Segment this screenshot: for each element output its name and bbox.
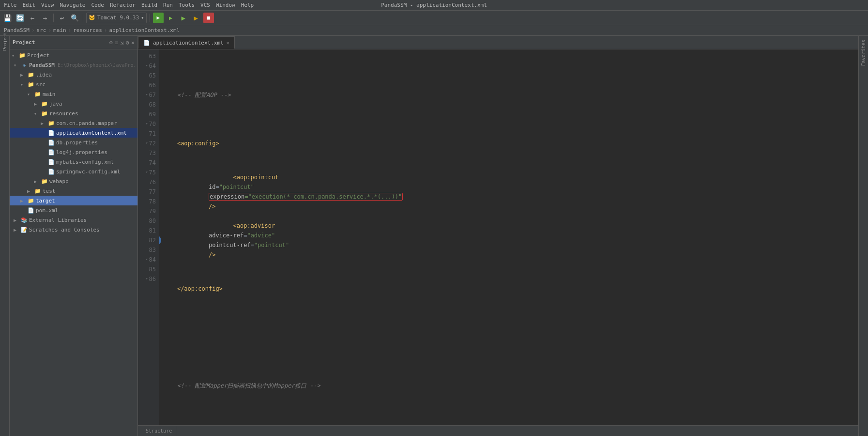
editor-tabs: 📄 applicationContext.xml ✕ [138,36,858,49]
sync-btn[interactable]: 🔄 [15,13,25,23]
tree-webapp[interactable]: ▶ 📁 webapp [10,176,137,186]
tree-springmvc-label: springmvc-config.xml [56,169,120,175]
coverage-btn[interactable]: ▶ [178,13,189,23]
run-config-icon: 🐱 [89,15,95,21]
tree-mapper-package[interactable]: ▶ 📁 com.cn.panda.mapper [10,118,137,128]
tree-pandassm-path: E:\Dropbox\phoenix\JavaPro... [58,62,137,68]
tree-src[interactable]: ▾ 📁 src [10,79,137,89]
line-80: 80 [138,216,159,226]
toolbar: 💾 🔄 ← → ↩ 🔍 🐱 Tomcat 9.0.33 ▾ ▶ ▶ ▶ ▶ ■ [0,11,868,25]
tree-project-label: Project [27,52,49,59]
tree-webapp-label: webapp [49,178,69,185]
comment-69: <!-- 配置Mapper扫描器扫描包中的Mapper接口 --> [163,381,320,390]
save-all-btn[interactable]: 💾 [2,13,13,23]
bc-file[interactable]: applicationContext.xml [109,27,180,33]
project-tab-icon[interactable]: Project [1,38,9,46]
bc-sep1: › [31,27,35,33]
menu-edit[interactable]: Edit [23,2,36,8]
tree-java[interactable]: ▶ 📁 java [10,99,137,109]
line-85: 85 [138,265,159,274]
line-73: 73 [138,148,159,158]
separator-2 [83,14,83,22]
editor-tab-appcontext[interactable]: 📄 applicationContext.xml ✕ [138,36,235,49]
code-line-65: <aop:pointcut id="pointcut" expression="… [163,187,858,197]
line-65: 65 [138,71,159,80]
tree-applicationcontext[interactable]: ▶ 📄 applicationContext.xml [10,128,137,138]
code-content[interactable]: <!-- 配置AOP --> <aop:config> <aop:pointcu… [159,49,858,425]
menu-build[interactable]: Build [141,2,157,8]
comment-63: <!-- 配置AOP --> [163,90,231,100]
menu-refactor[interactable]: Refactor [110,2,136,8]
code-line-64: <aop:config> [163,139,858,148]
bc-sep2: › [48,27,51,33]
line-83: 83 [138,245,159,255]
bc-sep4: › [104,27,107,33]
sort-icon[interactable]: ≡ [115,39,118,46]
forward-btn[interactable]: → [40,13,50,23]
search-btn[interactable]: 🔍 [69,13,80,23]
menu-file[interactable]: File [4,2,17,8]
favorites-tab[interactable]: Favorites [860,36,867,70]
stop-button[interactable]: ■ [203,13,214,23]
run-button[interactable]: ▶ [153,13,164,23]
project-panel-title: Project [13,39,35,46]
menu-window[interactable]: Window [216,2,235,8]
collapse-icon[interactable]: ⇲ [120,39,123,46]
project-tree: ▾ 📁 Project ▾ ◈ PandaSSM E:\Dropbox\phoe… [10,49,137,436]
menu-help[interactable]: Help [241,2,254,8]
code-line-68 [163,332,858,342]
dropdown-arrow: ▾ [141,15,144,21]
menu-vcs[interactable]: VCS [200,2,210,8]
code-line-69: <!-- 配置Mapper扫描器扫描包中的Mapper接口 --> [163,381,858,390]
tree-external-libs[interactable]: ▶ 📚 External Libraries [10,215,137,225]
tree-idea[interactable]: ▶ 📁 .idea [10,70,137,79]
run-config-label: Tomcat 9.0.33 [97,15,139,21]
separator-1 [53,14,54,22]
tree-target[interactable]: ▶ 📁 target [10,196,137,205]
tree-java-label: java [49,101,62,107]
run-config-dropdown[interactable]: 🐱 Tomcat 9.0.33 ▾ [86,13,147,23]
tree-springmvc[interactable]: ▶ 📄 springmvc-config.xml [10,167,137,176]
bc-resources[interactable]: resources [73,27,102,33]
tree-resources-label: resources [49,110,78,117]
menu-run[interactable]: Run [163,2,173,8]
line-67: ▾67 [138,90,159,100]
tree-pandasmm[interactable]: ▾ ◈ PandaSSM E:\Dropbox\phoenix\JavaPro.… [10,60,137,70]
project-panel-icons: ⊕ ≡ ⇲ ⚙ ✕ [109,39,135,46]
tree-pom[interactable]: ▶ 📄 pom.xml [10,205,137,215]
line-76: 76 [138,177,159,187]
tree-mybatis-config[interactable]: ▶ 📄 mybatis-config.xml [10,157,137,167]
tree-test[interactable]: ▶ 📁 test [10,186,137,196]
code-editor[interactable]: 63 ▾64 65 66 ▾67 68 69 ▾70 71 ▾72 73 74 … [138,49,858,425]
tree-resources[interactable]: ▾ 📁 resources [10,109,137,118]
menu-tools[interactable]: Tools [179,2,195,8]
bc-src[interactable]: src [37,27,46,33]
tree-mapper-label: com.cn.panda.mapper [56,120,117,126]
tree-test-label: test [43,188,56,194]
menu-code[interactable]: Code [91,2,104,8]
line-79: 79 [138,206,159,216]
tree-main[interactable]: ▾ 📁 main [10,89,137,99]
bc-main[interactable]: main [53,27,66,33]
settings-icon[interactable]: ⚙ [126,39,129,46]
back-btn[interactable]: ← [27,13,38,23]
right-sidebar: Favorites [858,36,868,436]
tree-project-root[interactable]: ▾ 📁 Project [10,50,137,60]
sync-icon[interactable]: ⊕ [109,39,113,46]
close-icon[interactable]: ✕ [131,39,135,46]
tree-db-properties[interactable]: ▶ 📄 db.properties [10,138,137,147]
line-66: 66 [138,80,159,90]
tree-idea-label: .idea [36,72,52,78]
bc-project[interactable]: PandaSSM [4,27,30,33]
menu-view[interactable]: View [41,2,54,8]
bc-sep3: › [68,27,72,33]
menu-navigate[interactable]: Navigate [60,2,86,8]
tree-log4j[interactable]: ▶ 📄 log4j.properties [10,147,137,157]
undo-btn[interactable]: ↩ [57,13,67,23]
debug-button[interactable]: ▶ [166,13,176,23]
structure-tab[interactable]: Structure [142,426,176,436]
profile-btn[interactable]: ▶ [191,13,201,23]
tree-scratches[interactable]: ▶ 📝 Scratches and Consoles [10,225,137,234]
tab-close-btn[interactable]: ✕ [227,40,229,46]
left-sidebar-tabs: Project [0,36,10,436]
